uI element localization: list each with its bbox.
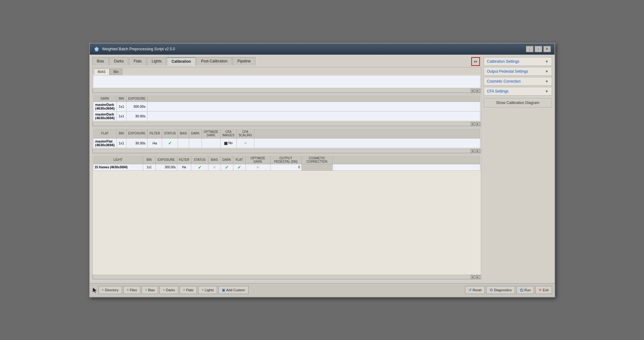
sub-tab-bias[interactable]: BIAS [94, 69, 110, 75]
flat-col-filter: Filter [148, 129, 162, 138]
cfa-settings-section[interactable]: CFA Settings ▼ [484, 87, 552, 96]
flat-col-status: STATUS [162, 129, 178, 138]
light-row1-dark: ✓ [221, 164, 233, 170]
directory-button[interactable]: + Directory [98, 286, 122, 294]
bottom-toolbar: + Directory + Files + Bias + Darks + Fla… [90, 283, 555, 297]
calibration-settings-arrow: ▼ [545, 60, 549, 63]
bias-section: BIAS Bin ◂ ▸ [92, 67, 481, 93]
bias-sub-tabs: BIAS Bin [93, 67, 481, 75]
output-pedestal-label: Output Pedestal Settings [487, 69, 528, 74]
light-col-pedestal: OutputPedestal (DN) [270, 156, 301, 164]
show-calibration-label: Show Calibration Diagram [496, 101, 539, 105]
tab-pipeline[interactable]: Pipeline [233, 57, 255, 66]
flats-plus-icon: + [183, 288, 185, 292]
dark-col-exposure: Exposure [126, 95, 148, 102]
flat-scroll-right[interactable]: ▸ [476, 149, 480, 153]
light-row1-pedestal: 0 [270, 164, 301, 170]
directory-plus-icon: + [102, 288, 104, 292]
app-icon [94, 46, 100, 52]
add-custom-button[interactable]: ▣ Add Custom [218, 286, 249, 294]
tab-calibration[interactable]: Calibration [167, 57, 196, 66]
window-title: Weighted Batch Preprocessing Script v2.5… [102, 47, 175, 51]
flat-table: FLAT Bin Exposure Filter STATUS Bias Dar… [93, 129, 480, 148]
tab-flats[interactable]: Flats [129, 57, 146, 66]
flat-row1-cfa-scaling: ✕ [236, 138, 254, 148]
bias-scroll-right[interactable]: ▸ [476, 89, 480, 93]
main-content: Bias Darks Flats Lights Calibration Post… [90, 55, 555, 283]
bias-scroll-left[interactable]: ◂ [471, 89, 475, 93]
light-scroll-right[interactable]: ▸ [476, 275, 480, 279]
cosmetic-correction-label: Cosmetic Correction [487, 79, 521, 84]
sub-tab-bin[interactable]: Bin [110, 69, 123, 75]
exit-button[interactable]: ✕ Exit [535, 286, 552, 294]
dark-scroll-left[interactable]: ◂ [471, 122, 475, 126]
table-row: 15 frames (4630x3694) 1x1 300.00s Ha ✓ ✕… [93, 164, 480, 170]
right-panel: Calibration Settings ▼ Output Pedestal S… [484, 57, 552, 281]
cfa-settings-arrow: ▼ [545, 89, 549, 93]
light-scroll-left[interactable]: ◂ [471, 275, 475, 279]
light-hscrollbar[interactable]: ◂ ▸ [93, 275, 481, 279]
output-pedestal-arrow: ▼ [545, 70, 549, 73]
light-row1-status: ✓ [191, 164, 208, 170]
light-col-flat: Flat [233, 156, 245, 164]
title-bar: Weighted Batch Preprocessing Script v2.5… [90, 43, 555, 55]
cfa-settings-label: CFA Settings [487, 89, 509, 93]
tab-post-calibration[interactable]: Post-Calibration [196, 57, 232, 66]
reset-button[interactable]: ↺ Reset [465, 286, 485, 294]
tab-bias[interactable]: Bias [92, 57, 109, 66]
title-bar-left: Weighted Batch Preprocessing Script v2.5… [94, 46, 175, 52]
flat-scroll-left[interactable]: ◂ [471, 149, 475, 153]
light-col-filter: Filter [177, 156, 191, 164]
close-button[interactable]: ✕ [543, 46, 551, 52]
flat-row1-exposure: 30.00s [126, 138, 148, 148]
directory-label: Directory [105, 288, 119, 292]
flat-col-cfa-scaling: CFAScaling [236, 129, 254, 138]
light-row1-exposure: 300.00s [155, 164, 177, 170]
light-col-optimize-dark: OptimizeDark [245, 156, 270, 164]
light-col-bias: Bias [208, 156, 221, 164]
light-row1-bin: 1x1 [143, 164, 155, 170]
files-button[interactable]: + Files [123, 286, 140, 294]
dark-col-extra [148, 95, 480, 102]
output-pedestal-section[interactable]: Output Pedestal Settings ▼ [484, 67, 552, 76]
dark-scroll-right[interactable]: ▸ [476, 122, 480, 126]
flat-row1-name: masterFlat (4630x3694) [93, 138, 116, 148]
add-custom-label: Add Custom [226, 288, 245, 292]
files-label: Files [130, 288, 137, 292]
diagnostics-button[interactable]: ⚙ Diagnostics [486, 286, 515, 294]
lights-button[interactable]: + Lights [198, 286, 217, 294]
bias-label: Bias [148, 288, 155, 292]
run-button[interactable]: ⏻ Run [516, 286, 534, 294]
table-row: masterFlat (4630x3694) 1x1 30.00s Ha ✓ N… [93, 138, 480, 148]
light-row1-name: 15 frames (4630x3694) [93, 164, 143, 170]
flat-hscrollbar[interactable]: ◂ ▸ [93, 149, 481, 153]
flat-row1-optimize [202, 138, 220, 148]
light-row1-optimize: ✕ [245, 164, 270, 170]
tab-lights[interactable]: Lights [147, 57, 166, 66]
minimize-button[interactable]: ↓ [526, 46, 533, 52]
resize-panel-button[interactable]: ⇔ [471, 57, 480, 66]
flats-button[interactable]: + Flats [180, 286, 197, 294]
exit-icon: ✕ [539, 288, 542, 292]
diagnostics-icon: ⚙ [490, 288, 493, 292]
cosmetic-correction-section[interactable]: Cosmetic Correction ▼ [484, 77, 552, 86]
flats-label: Flats [186, 288, 194, 292]
dark-hscrollbar[interactable]: ◂ ▸ [93, 122, 481, 126]
flat-col-extra [254, 129, 480, 138]
light-row1-cosmetic [301, 164, 332, 170]
exit-label: Exit [543, 288, 548, 292]
flat-row1-status: ✓ [162, 138, 178, 148]
dark-row1-bin: 1x1 [116, 102, 126, 111]
calibration-settings-section[interactable]: Calibration Settings ▼ [484, 57, 552, 66]
bias-button[interactable]: + Bias [142, 286, 158, 294]
tab-darks[interactable]: Darks [109, 57, 128, 66]
dark-row2-name: masterDark (4630x3694) [93, 111, 116, 121]
darks-button[interactable]: + Darks [159, 286, 178, 294]
flat-col-optimize-dark: OptimizeDark [202, 129, 220, 138]
light-section: LIGHT Bin Exposure Filter STATUS Bias Da… [92, 155, 481, 279]
maximize-button[interactable]: ↑ [535, 46, 542, 52]
light-col-name: LIGHT [93, 156, 143, 164]
dark-col-name: DARK [93, 95, 116, 102]
bias-hscrollbar[interactable]: ◂ ▸ [93, 88, 481, 93]
show-calibration-button[interactable]: Show Calibration Diagram [484, 98, 552, 107]
